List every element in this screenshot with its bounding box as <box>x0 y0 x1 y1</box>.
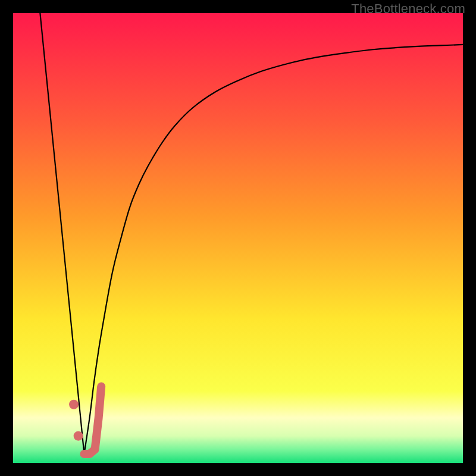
chart-area <box>13 13 463 463</box>
bottleneck-chart <box>13 13 463 463</box>
highlight-dot <box>69 400 79 409</box>
watermark-text: TheBottleneck.com <box>351 1 465 17</box>
highlight-dot <box>74 431 83 441</box>
